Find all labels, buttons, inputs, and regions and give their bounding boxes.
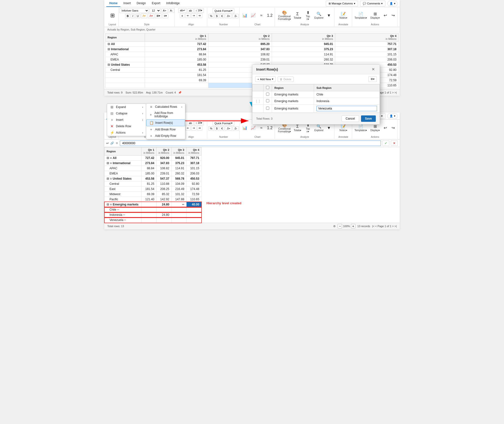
bottom-grid-value-cell[interactable] — [171, 212, 186, 218]
line-height-button[interactable]: ↕ 18▾ — [194, 8, 204, 13]
bottom-grid-value-cell[interactable]: 185.00 — [142, 171, 157, 176]
bottom-grid-value-cell[interactable]: 110.88 — [156, 181, 171, 187]
row-label-cell[interactable]: ⊟United States — [106, 62, 145, 67]
bottom-row-label-cell[interactable]: ⊟≡Emerging markets — [105, 202, 142, 207]
bottom-grid-value-cell[interactable]: 108.82 — [156, 166, 171, 171]
bottom-row-label-cell[interactable]: Pacific — [105, 197, 142, 202]
explorer-button-top[interactable]: 🔍 Explorer — [313, 11, 325, 20]
grid-value-cell[interactable]: 108.82 — [208, 52, 272, 57]
row-label-cell[interactable]: Central — [106, 67, 145, 73]
bottom-grid-value-cell[interactable]: 69.39 — [142, 192, 157, 197]
grid-value-cell[interactable]: 307.18 — [335, 47, 399, 52]
bottom-grid-value-cell[interactable] — [142, 218, 157, 223]
notes-button-top[interactable]: 📝 Notes▾ — [338, 11, 348, 20]
quick-format-button-top[interactable]: Quick Format ▾ — [213, 8, 234, 13]
grid-value-cell[interactable]: 347.83 — [208, 47, 272, 52]
grid-value-cell[interactable]: 239.01 — [208, 57, 272, 62]
font-grow-button[interactable]: A+ — [161, 8, 168, 13]
chart-button1[interactable]: 📊 — [241, 12, 249, 19]
bottom-grid-value-cell[interactable]: 797.71 — [186, 156, 201, 161]
grid-value-cell[interactable]: 114.91 — [272, 52, 335, 57]
font-color-button[interactable]: A▾ — [148, 14, 154, 18]
bottom-grid-value-cell[interactable] — [142, 212, 157, 218]
font-family-select[interactable]: Inforiver Sans — [119, 8, 149, 13]
tab-infobridge-top[interactable]: InfoBridge — [163, 0, 183, 7]
formula-input[interactable] — [120, 141, 381, 146]
bottom-row-label-cell[interactable]: ⊟≡International — [105, 161, 142, 166]
bottom-grid-value-cell[interactable]: 85.32 — [156, 192, 171, 197]
bottom-filter-button[interactable]: ▼ — [325, 125, 333, 131]
row-label-cell[interactable]: EMEA — [106, 57, 145, 62]
bottom-grid-value-cell[interactable] — [142, 202, 157, 207]
bottom-zoom-out[interactable]: − — [338, 224, 342, 228]
select-all-checkbox[interactable] — [266, 86, 269, 89]
bottom-notes-button[interactable]: 📝 Notes▾ — [338, 123, 348, 132]
bottom-row-label-cell[interactable]: APAC — [105, 166, 142, 171]
grid-value-cell[interactable]: 181.54 — [145, 73, 208, 78]
bottom-percent[interactable]: % — [208, 126, 214, 131]
row-label-cell[interactable] — [106, 73, 145, 78]
bottom-grid-value-cell[interactable] — [156, 207, 171, 212]
borders-button[interactable]: ⊞▾ — [155, 14, 162, 18]
submenu-add-empty[interactable]: + Add Empty Row — [146, 133, 185, 139]
grid-value-cell[interactable]: 88.84 — [145, 52, 208, 57]
bottom-grid-value-cell[interactable]: 347.83 — [156, 161, 171, 166]
grid-value-cell[interactable]: 81.25 — [145, 67, 208, 73]
bottom-grid-value-cell[interactable]: 142.92 — [156, 197, 171, 202]
bottom-totals-button[interactable]: Σ Totals▾ — [292, 123, 302, 132]
bottom-redo-button[interactable]: ↪ — [390, 125, 397, 131]
bottom-chart3[interactable]: ≈ — [258, 125, 265, 131]
display-button-top[interactable]: ⊞ Display▾ — [369, 11, 381, 20]
bottom-grid-value-cell[interactable] — [142, 207, 157, 212]
indent-button[interactable]: ⇐ — [185, 13, 190, 18]
bottom-grid-value-cell[interactable] — [171, 218, 186, 223]
row-label-cell[interactable] — [106, 78, 145, 83]
bottom-grid-value-cell[interactable]: 92.80 — [186, 181, 201, 187]
bottom-grid-value-cell[interactable]: 727.42 — [142, 156, 157, 161]
tab-home-top[interactable]: Home — [106, 0, 120, 7]
modal-close-button[interactable]: ✕ — [371, 67, 376, 72]
wrap-text-button[interactable]: ab↵ — [178, 8, 187, 13]
highlight-button[interactable]: A▾ — [141, 14, 147, 18]
bottom-row-label-cell[interactable]: Venezuela ✏ — [105, 218, 142, 223]
delete-button[interactable]: 🗑 Delete — [278, 77, 294, 82]
bottom-grid-value-cell[interactable]: 920.00 — [156, 156, 171, 161]
bottom-row-label-cell[interactable]: Chile ✏ — [105, 207, 142, 212]
bottom-row-label-cell[interactable]: East — [105, 187, 142, 192]
bottom-explorer-button[interactable]: 🔍 Explorer — [313, 123, 325, 132]
bottom-grid-value-cell[interactable]: 239.01 — [156, 171, 171, 176]
user-button-top[interactable]: 👤 ▾ — [387, 1, 398, 6]
italic-button[interactable]: I — [131, 14, 135, 18]
grid-value-cell[interactable]: 727.42 — [145, 42, 208, 47]
bottom-grid-value-cell[interactable]: 945.01 — [171, 156, 186, 161]
bottom-grid-value-cell[interactable]: 88.84 — [142, 166, 157, 171]
bottom-grid-value-cell[interactable] — [156, 218, 171, 223]
bottom-grid-value-cell[interactable]: 40.00 — [186, 202, 201, 207]
bottom-grid-value-cell[interactable]: 307.18 — [186, 161, 201, 166]
grid-value-cell[interactable]: 895.20 — [208, 42, 272, 47]
bottom-grid-value-cell[interactable]: 174.48 — [186, 187, 201, 192]
bottom-row-label-cell[interactable]: ⊟≡All — [105, 156, 142, 161]
tab-insert-top[interactable]: Insert — [120, 0, 134, 7]
align-left-button[interactable]: ≡ — [180, 14, 184, 18]
row-label-cell[interactable] — [106, 83, 145, 88]
bottom-grid-value-cell[interactable] — [186, 212, 201, 218]
topn-button-top[interactable]: ⬆ Top n▾ — [303, 9, 313, 21]
chart-button2[interactable]: 📈 — [249, 12, 257, 19]
tab-export-top[interactable]: Export — [149, 0, 163, 7]
percent-button[interactable]: % — [208, 14, 214, 18]
row-label-cell[interactable]: ⊟All — [106, 42, 145, 47]
font-size-select[interactable]: 12 — [150, 8, 161, 13]
bottom-euro[interactable]: € — [220, 126, 224, 131]
bottom-grid-value-cell[interactable]: 208.25 — [156, 187, 171, 192]
bottom-grid-value-cell[interactable]: 216.49 — [171, 187, 186, 192]
bottom-grid-value-cell[interactable] — [171, 207, 186, 212]
bottom-grid-value-cell[interactable]: 81.25 — [142, 181, 157, 187]
row-checkbox[interactable] — [266, 99, 269, 102]
more-style-button[interactable]: ≡▾ — [162, 14, 168, 18]
modal-settings-button[interactable]: ⚙▾ — [368, 76, 377, 82]
user-button-bottom[interactable]: 👤 ▾ — [387, 113, 398, 119]
grid-value-cell[interactable]: 185.00 — [145, 57, 208, 62]
subregion-input[interactable] — [316, 106, 377, 111]
grid-value-cell[interactable]: 945.01 — [272, 42, 335, 47]
